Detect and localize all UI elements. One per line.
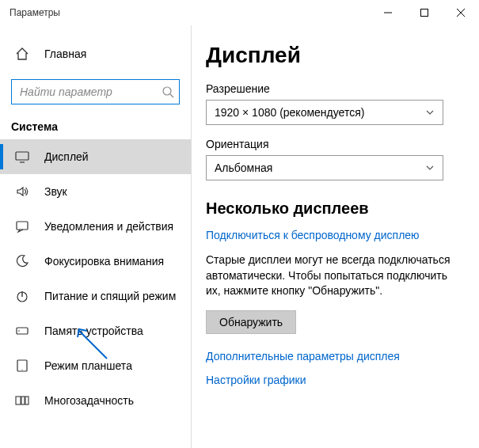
sound-icon xyxy=(14,184,30,199)
svg-rect-3 xyxy=(17,222,28,230)
advanced-display-link[interactable]: Дополнительные параметры дисплея xyxy=(206,350,463,363)
detect-helper-text: Старые дисплеи могут не всегда подключат… xyxy=(206,252,463,299)
resolution-value: 1920 × 1080 (рекомендуется) xyxy=(215,106,364,119)
multitasking-icon xyxy=(14,393,30,408)
page-title: Дисплей xyxy=(206,43,463,68)
sidebar-item-storage[interactable]: Память устройства xyxy=(0,313,191,348)
home-icon xyxy=(14,46,30,62)
storage-icon xyxy=(14,323,30,339)
svg-point-8 xyxy=(21,369,22,370)
resolution-select[interactable]: 1920 × 1080 (рекомендуется) xyxy=(206,100,443,125)
search-field[interactable] xyxy=(18,85,162,99)
sidebar-item-notifications[interactable]: Уведомления и действия xyxy=(0,209,191,244)
svg-point-1 xyxy=(163,87,171,95)
window-title: Параметры xyxy=(10,7,60,18)
orientation-value: Альбомная xyxy=(215,161,272,174)
titlebar: Параметры xyxy=(0,0,479,25)
svg-rect-9 xyxy=(16,397,21,404)
orientation-label: Ориентация xyxy=(206,138,463,150)
close-button[interactable] xyxy=(443,0,479,25)
svg-rect-2 xyxy=(16,152,29,160)
main-panel: Дисплей Разрешение 1920 × 1080 (рекоменд… xyxy=(192,25,479,448)
minimize-button[interactable] xyxy=(370,0,406,25)
sidebar-item-display[interactable]: Дисплей xyxy=(0,139,191,174)
svg-rect-10 xyxy=(21,397,25,404)
sidebar-item-label: Режим планшета xyxy=(44,359,132,372)
chevron-down-icon xyxy=(425,163,435,173)
graphics-settings-link[interactable]: Настройки графики xyxy=(206,374,463,386)
sidebar-item-sound[interactable]: Звук xyxy=(0,174,191,209)
close-icon xyxy=(457,9,465,17)
sidebar-item-focus[interactable]: Фокусировка внимания xyxy=(0,244,191,279)
svg-rect-5 xyxy=(17,328,28,334)
wireless-display-link[interactable]: Подключиться к беспроводному дисплею xyxy=(206,229,463,241)
sidebar-item-multitasking[interactable]: Многозадачность xyxy=(0,383,191,418)
minimize-icon xyxy=(384,9,392,17)
chevron-down-icon xyxy=(425,108,435,117)
svg-rect-11 xyxy=(25,397,29,404)
sidebar-item-label: Дисплей xyxy=(44,150,89,163)
sidebar-item-label: Питание и спящий режим xyxy=(44,290,176,302)
sidebar-section-label: Система xyxy=(0,104,191,139)
search-input[interactable] xyxy=(11,79,180,104)
sidebar-item-tablet[interactable]: Режим планшета xyxy=(0,348,191,383)
detect-button-label: Обнаружить xyxy=(219,316,283,328)
sidebar: Главная Система Дисплей Звук xyxy=(0,25,192,448)
svg-point-6 xyxy=(18,330,20,332)
power-icon xyxy=(14,288,30,304)
focus-icon xyxy=(14,253,30,269)
sidebar-item-label: Звук xyxy=(44,185,67,198)
sidebar-item-label: Многозадачность xyxy=(44,394,134,407)
orientation-select[interactable]: Альбомная xyxy=(206,155,443,180)
sidebar-item-label: Память устройства xyxy=(44,325,143,337)
tablet-icon xyxy=(14,358,30,374)
sidebar-item-label: Фокусировка внимания xyxy=(44,255,164,268)
svg-rect-0 xyxy=(421,9,428,17)
maximize-icon xyxy=(420,9,428,17)
maximize-button[interactable] xyxy=(406,0,443,25)
sidebar-item-label: Уведомления и действия xyxy=(44,220,173,233)
display-icon xyxy=(14,149,30,165)
notifications-icon xyxy=(14,218,30,234)
home-label: Главная xyxy=(44,47,86,60)
sidebar-item-power[interactable]: Питание и спящий режим xyxy=(0,279,191,313)
resolution-label: Разрешение xyxy=(206,82,463,95)
multi-display-title: Несколько дисплеев xyxy=(206,199,463,218)
search-icon xyxy=(162,85,174,98)
home-button[interactable]: Главная xyxy=(0,40,191,68)
detect-button[interactable]: Обнаружить xyxy=(206,310,296,334)
